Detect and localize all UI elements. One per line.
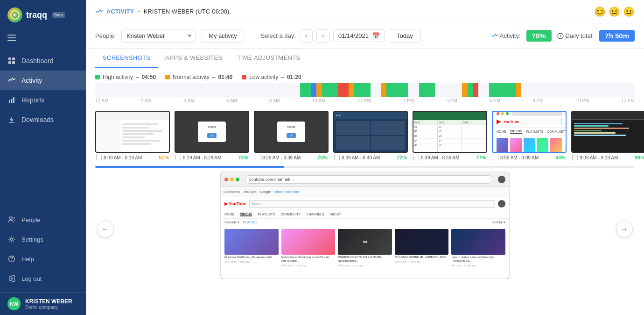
screenshot-thumb[interactable] [95,111,170,153]
app-logo-icon [7,7,22,22]
scroll-bar[interactable] [95,166,635,168]
tl-seg-15 [516,83,522,97]
screenshot-checkbox[interactable] [493,155,498,160]
screenshot-checkbox[interactable] [175,155,181,160]
hour-label: 8 PM [532,98,543,103]
low-dot [242,75,246,79]
activity-label-wrap: Activity: [491,32,521,39]
hour-label: 10 PM [576,98,589,103]
sidebar-item-label: Downloads [21,116,54,123]
sidebar-item-downloads[interactable]: Downloads [0,110,86,129]
screenshot-meta: 8:29 AM - 8:39 AM 75% [254,155,329,160]
app-name: traqq [26,10,47,20]
svg-point-13 [13,217,14,219]
tab-time-adjustments[interactable]: TIME ADJUSTMENTS [230,49,308,68]
today-button[interactable]: Today [389,29,421,43]
screenshot-time: 9:09 AM - 9:19 AM [580,155,633,160]
list-item: 8:39 AM - 8:49 AM 72% [333,111,408,160]
prev-date-button[interactable]: ‹ [300,29,313,43]
sidebar-item-label: People [21,216,40,223]
hour-label: 2 AM [140,98,151,103]
emoji-neutral-2: 😐 [623,6,635,17]
screenshot-time: 8:29 AM - 8:39 AM [262,155,315,160]
sidebar-item-activity[interactable]: Activity [0,71,86,90]
user-info: KRISTEN WEBER Demo company [25,298,72,310]
tab-apps-websites[interactable]: APPS & WEBSITES [158,49,230,68]
tl-seg-1 [300,83,311,97]
hamburger-menu[interactable] [0,30,86,47]
content-area: SCREENSHOTS APPS & WEBSITES TIME ADJUSTM… [86,49,644,315]
normal-dot [165,75,170,79]
user-name: KRISTEN WEBER [25,298,72,305]
tl-seg-13 [473,83,478,97]
hour-label: 12 PM [357,98,371,103]
avatar: KW [7,297,21,310]
people-label: People: [95,32,116,39]
beta-badge: Beta [52,12,65,18]
list-item: Dialog OK 8:19 AM - 8:29 AM 73% [175,111,249,160]
prev-screenshot-button[interactable]: ← [97,221,114,237]
next-date-button[interactable]: › [316,29,329,43]
list-item: 8:09 AM - 8:19 AM 51% [95,111,170,160]
tab-screenshots[interactable]: SCREENSHOTS [95,49,158,68]
screenshot-time: 8:39 AM - 8:49 AM [342,155,395,160]
main-content: ACTIVITY • KRISTEN WEBER (UTC-06:00) 😊 😐… [86,0,644,315]
next-screenshot-button[interactable]: → [616,221,633,237]
user-company: Demo company [25,305,72,310]
my-activity-button[interactable]: My activity [202,29,244,43]
hour-label: 6 AM [226,98,237,103]
legend-low-value: 01:20 [287,74,301,80]
screenshot-time: 8:49 AM - 8:59 AM [421,155,474,160]
legend-low: Low activity – 01:20 [242,74,301,80]
sidebar-item-logout[interactable]: Log out [0,269,86,288]
screenshot-thumb[interactable] [333,111,408,153]
date-section: Select a day: ‹ › 01/14/2021 📅 Today [261,29,421,43]
screenshot-thumb-selected[interactable]: ▶ YouTube HOME VIDEOS PLAYLISTS COMMUNIT… [492,111,567,153]
screenshot-checkbox[interactable] [572,155,578,160]
svg-rect-1 [7,35,16,36]
screenshot-meta: 8:39 AM - 8:49 AM 72% [333,155,408,160]
svg-rect-3 [7,40,16,41]
tl-seg-12 [468,83,473,97]
tl-seg-3 [316,83,322,97]
preview-section: ← youtube.com/channel/... Bookmarks [86,172,644,286]
preview-image: youtube.com/channel/... Bookmarks YouTub… [220,172,510,279]
scroll-indicator [86,164,644,172]
svg-rect-2 [7,37,16,38]
sidebar-logo: traqq Beta [0,0,86,30]
activity-legend: High activity – 04:50 Normal activity – … [86,68,644,83]
header-person: KRISTEN WEBER (UTC-06:00) [144,8,229,15]
calendar-icon[interactable]: 📅 [372,32,380,39]
sidebar-item-label: Help [21,256,34,263]
daily-total-text-label: Daily total: [566,32,594,39]
sidebar-item-dashboard[interactable]: Dashboard [0,51,86,71]
screenshot-pct: 51% [159,155,169,160]
screenshot-thumb[interactable]: Dialog OK [254,111,329,153]
sidebar: traqq Beta Dashboard Activity [0,0,86,315]
screenshot-thumb[interactable]: Dialog OK [175,111,249,153]
hour-label: 4 PM [446,98,457,103]
screenshot-thumb[interactable] [571,111,644,153]
header-section-icon [95,8,103,15]
sidebar-item-label: Dashboard [21,57,54,64]
sidebar-item-label: Log out [21,275,42,282]
hour-label: 12 AM [95,98,108,103]
screenshot-thumb[interactable]: Col A R1 R2 R3 R4 R5 Col B V1 V2 [413,111,487,153]
sidebar-item-people[interactable]: People [0,210,86,229]
screenshot-checkbox[interactable] [96,155,102,160]
screenshots-row: 8:09 AM - 8:19 AM 51% Dialog OK 8:1 [86,107,644,164]
person-select[interactable]: Kristen Weber [121,29,196,43]
sidebar-item-reports[interactable]: Reports [0,90,86,110]
emoji-happy: 😊 [594,6,606,17]
sidebar-item-settings[interactable]: Settings [0,229,86,249]
sidebar-item-help[interactable]: Help [0,249,86,269]
screenshot-checkbox[interactable] [413,155,419,160]
hour-label: 6 PM [490,98,500,103]
legend-high: High activity – 04:50 [95,74,156,80]
svg-rect-10 [13,97,14,103]
tl-seg-2 [311,83,316,97]
screenshot-checkbox[interactable] [255,155,260,160]
tl-seg-14 [489,83,516,97]
sidebar-item-label: Settings [21,236,43,243]
screenshot-checkbox[interactable] [334,155,340,160]
